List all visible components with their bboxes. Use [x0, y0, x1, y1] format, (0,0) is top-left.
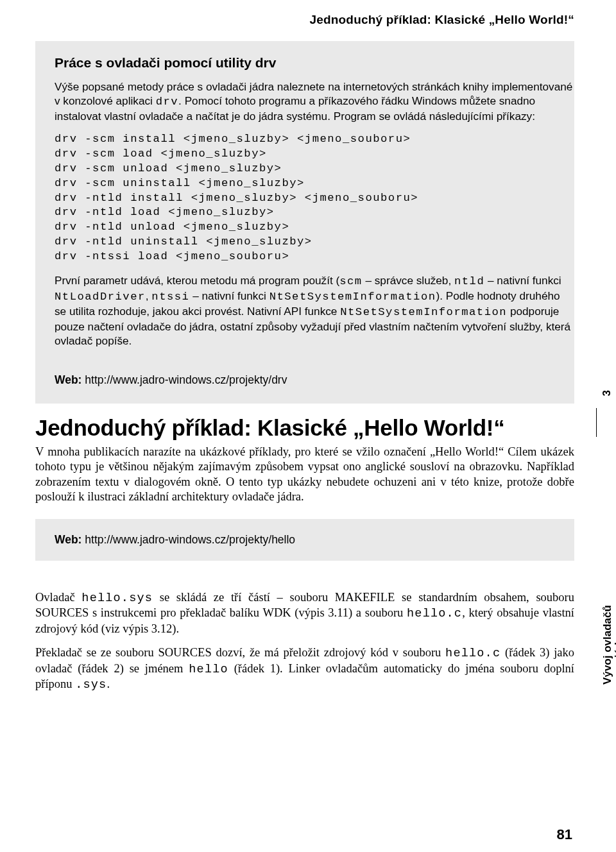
text: .	[107, 677, 110, 690]
content-area: Jednoduchý příklad: Klasické „Hello Worl…	[0, 0, 616, 693]
divider	[596, 408, 597, 437]
text: – správce služeb,	[363, 274, 454, 287]
box-heading: Práce s ovladači pomocí utility drv	[55, 55, 574, 71]
text: Ovladač	[35, 591, 81, 604]
page: Jednoduchý příklad: Klasické „Hello Worl…	[0, 0, 616, 852]
inline-code: NtLoadDriver	[55, 291, 146, 303]
web-reference: Web: http://www.jadro-windows.cz/projekt…	[55, 373, 574, 387]
inline-code: hello.c	[445, 647, 501, 660]
body-paragraph-1: Ovladač hello.sys se skládá ze tří částí…	[35, 590, 574, 636]
text: První parametr udává, kterou metodu má p…	[55, 274, 339, 287]
web-label: Web:	[55, 533, 85, 546]
section-heading: Jednoduchý příklad: Klasické „Hello Worl…	[35, 415, 574, 441]
inline-code: NtSetSystemInformation	[270, 291, 436, 303]
inline-code-drv: drv	[156, 96, 178, 108]
inline-code: hello	[189, 663, 228, 676]
inline-code: hello.sys	[81, 592, 153, 605]
section-intro: V mnoha publikacích narazíte na ukázkové…	[35, 445, 574, 505]
inline-code: NtSetSystemInformation	[340, 306, 507, 318]
inline-code: ntld	[454, 275, 484, 287]
inline-code: hello.c	[407, 607, 462, 620]
sidebar-box-drv: Práce s ovladači pomocí utility drv Výše…	[35, 41, 574, 404]
web-label: Web:	[55, 373, 85, 386]
running-head: Jednoduchý příklad: Klasické „Hello Worl…	[35, 13, 574, 27]
text: – nativní funkci	[189, 289, 269, 302]
inline-code: ntssi	[151, 291, 189, 303]
box-paragraph-2: První parametr udává, kterou metodu má p…	[55, 273, 574, 348]
body-paragraph-2: Překladač se ze souboru SOURCES dozví, ž…	[35, 645, 574, 692]
code-block: drv -scm install <jmeno_sluzby> <jmeno_s…	[55, 132, 574, 264]
text: – nativní funkci	[484, 274, 561, 287]
chapter-number: 3	[601, 390, 613, 396]
chapter-title: Vývoj ovladačůjádra	[602, 577, 616, 712]
web-url: http://www.jadro-windows.cz/projekty/hel…	[85, 533, 295, 546]
inline-code: .sys	[75, 678, 107, 692]
sidebar-box-hello: Web: http://www.jadro-windows.cz/projekt…	[35, 519, 574, 561]
web-url: http://www.jadro-windows.cz/projekty/drv	[85, 373, 287, 386]
text: ,	[146, 289, 152, 302]
margin-tab: 3 Vývoj ovladačůjádra	[575, 390, 601, 589]
text: Překladač se ze souboru SOURCES dozví, ž…	[35, 646, 445, 659]
box-paragraph-1: Výše popsané metody práce s ovladači jád…	[55, 80, 574, 123]
inline-code: scm	[339, 275, 362, 287]
page-number: 81	[557, 826, 572, 843]
